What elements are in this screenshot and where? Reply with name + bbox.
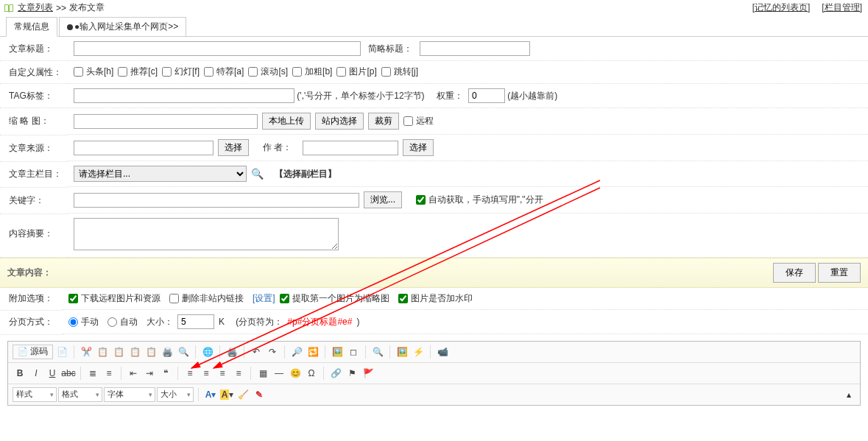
- redo-icon[interactable]: ↷: [265, 345, 280, 359]
- chk-attr-scroll[interactable]: [248, 67, 258, 77]
- preview-icon[interactable]: 🔍: [176, 345, 191, 359]
- page-size-input[interactable]: [177, 314, 214, 329]
- highlight-icon[interactable]: ✎: [252, 387, 267, 402]
- tab-basic[interactable]: 常规信息: [6, 17, 57, 37]
- align-left-icon[interactable]: ≡: [183, 366, 197, 381]
- chk-auto-keywords[interactable]: [416, 195, 426, 205]
- short-title-input[interactable]: [420, 41, 530, 56]
- cut-icon[interactable]: ✂️: [79, 345, 93, 359]
- chk-attr-image[interactable]: [336, 67, 346, 77]
- text-color-icon[interactable]: A▾: [203, 387, 218, 402]
- ol-icon[interactable]: ≣: [85, 366, 100, 381]
- attr-special-label: 特荐[a]: [216, 66, 244, 78]
- chk-del-ext[interactable]: [169, 294, 179, 303]
- btn-newpage-icon[interactable]: 📄: [54, 345, 69, 359]
- anchor-icon[interactable]: 🚩: [361, 366, 375, 381]
- bg-color-icon[interactable]: A▾: [219, 387, 234, 402]
- link-column-mgmt[interactable]: [栏目管理]: [822, 1, 862, 14]
- tab-collect[interactable]: ●输入网址采集单个网页>>: [59, 17, 186, 37]
- radio-manual[interactable]: [68, 317, 78, 327]
- attr-recommend: 推荐[c]: [118, 66, 158, 78]
- opt-del-ext-cfg[interactable]: [设置]: [253, 292, 275, 305]
- print-icon[interactable]: 🖨️: [160, 345, 174, 359]
- font-select[interactable]: 字体: [104, 387, 155, 402]
- ul-icon[interactable]: ≡: [102, 366, 116, 381]
- table-icon[interactable]: ▦: [255, 366, 270, 381]
- align-center-icon[interactable]: ≡: [199, 366, 214, 381]
- tags-input[interactable]: [74, 88, 294, 103]
- size-select[interactable]: 大小: [157, 387, 194, 402]
- title-input[interactable]: [74, 41, 361, 56]
- chk-attr-jump[interactable]: [381, 67, 391, 77]
- btn-source-select[interactable]: 选择: [218, 139, 249, 156]
- paging-label: 分页方式：: [0, 310, 63, 334]
- btn-site-select[interactable]: 站内选择: [315, 113, 364, 130]
- flash-icon[interactable]: ⚡: [411, 345, 426, 359]
- author-input[interactable]: [303, 141, 398, 155]
- attr-scroll-label: 滚动[s]: [261, 66, 288, 78]
- chk-remote[interactable]: [403, 116, 413, 126]
- chk-attr-recommend[interactable]: [118, 67, 127, 77]
- select-all-icon[interactable]: ◻: [346, 345, 361, 359]
- image-icon[interactable]: 🖼️: [330, 345, 345, 359]
- blockquote-icon[interactable]: ❝: [158, 366, 173, 381]
- editor: 📄 源码 📄 ✂️ 📋 📋 📋 📋 🖨️ 🔍 🌐 🖨️ ↶ ↷ 🔎 🔁 🖼️ ◻…: [7, 341, 861, 406]
- keywords-input[interactable]: [74, 193, 359, 208]
- globe-icon[interactable]: 🌐: [200, 345, 215, 359]
- link-memory-list[interactable]: [记忆的列表页]: [752, 1, 811, 14]
- summary-textarea[interactable]: [74, 218, 339, 250]
- align-justify-icon[interactable]: ≡: [231, 366, 246, 381]
- copy-icon[interactable]: 📋: [95, 345, 110, 359]
- chk-attr-special[interactable]: [204, 67, 214, 77]
- video-icon[interactable]: 📹: [435, 345, 450, 359]
- strike-icon[interactable]: abc: [61, 366, 76, 381]
- paste-word-icon[interactable]: 📋: [144, 345, 158, 359]
- btn-author-select[interactable]: 选择: [403, 139, 434, 156]
- zoom-icon[interactable]: 🔍: [370, 345, 385, 359]
- specialchar-icon[interactable]: Ω: [304, 366, 319, 381]
- underline-icon[interactable]: U: [45, 366, 60, 381]
- radio-auto[interactable]: [107, 317, 117, 327]
- undo-icon[interactable]: ↶: [249, 345, 264, 359]
- indent-icon[interactable]: ⇥: [142, 366, 157, 381]
- chk-attr-bold[interactable]: [292, 67, 302, 77]
- hr-icon[interactable]: —: [272, 366, 286, 381]
- attr-recommend-label: 推荐[c]: [130, 66, 158, 78]
- search-icon[interactable]: 🔍: [251, 168, 264, 180]
- chk-attr-slide[interactable]: [162, 67, 172, 77]
- smiley-icon[interactable]: 😊: [288, 366, 303, 381]
- find-icon[interactable]: 🔎: [289, 345, 304, 359]
- chk-extract-first[interactable]: [280, 294, 289, 303]
- btn-reset[interactable]: 重置: [818, 263, 861, 283]
- chk-watermark[interactable]: [398, 294, 408, 303]
- main-col-select[interactable]: 请选择栏目...: [74, 166, 247, 182]
- unlink-icon[interactable]: ⚑: [345, 366, 359, 381]
- style-select[interactable]: 样式: [13, 387, 57, 402]
- btn-source[interactable]: 📄 源码: [13, 345, 53, 359]
- sub-col-link[interactable]: 【选择副栏目】: [275, 168, 336, 180]
- link-icon[interactable]: 🔗: [328, 366, 343, 381]
- collapse-icon[interactable]: ▴: [847, 389, 855, 400]
- source-input[interactable]: [74, 141, 214, 155]
- printer-icon[interactable]: 🖨️: [225, 345, 239, 359]
- thumb-input[interactable]: [74, 114, 258, 129]
- btn-save[interactable]: 保存: [773, 263, 816, 283]
- paste-icon[interactable]: 📋: [111, 345, 126, 359]
- breadcrumb-list-link[interactable]: 文章列表: [18, 1, 53, 14]
- btn-crop[interactable]: 裁剪: [368, 113, 399, 130]
- bold-icon[interactable]: B: [13, 366, 27, 381]
- btn-local-upload[interactable]: 本地上传: [262, 113, 311, 130]
- editor-toolbar-row1: 📄 源码 📄 ✂️ 📋 📋 📋 📋 🖨️ 🔍 🌐 🖨️ ↶ ↷ 🔎 🔁 🖼️ ◻…: [8, 342, 860, 363]
- replace-icon[interactable]: 🔁: [306, 345, 320, 359]
- picture-icon[interactable]: 🖼️: [395, 345, 409, 359]
- chk-dl-remote[interactable]: [68, 294, 78, 303]
- outdent-icon[interactable]: ⇤: [126, 366, 141, 381]
- weight-input[interactable]: [468, 88, 505, 103]
- format-select[interactable]: 格式: [58, 387, 102, 402]
- align-right-icon[interactable]: ≡: [215, 366, 230, 381]
- chk-attr-headline[interactable]: [74, 67, 83, 77]
- eraser-icon[interactable]: 🧹: [236, 387, 250, 402]
- paste-text-icon[interactable]: 📋: [127, 345, 142, 359]
- btn-browse[interactable]: 浏览...: [364, 191, 402, 208]
- italic-icon[interactable]: I: [29, 366, 43, 381]
